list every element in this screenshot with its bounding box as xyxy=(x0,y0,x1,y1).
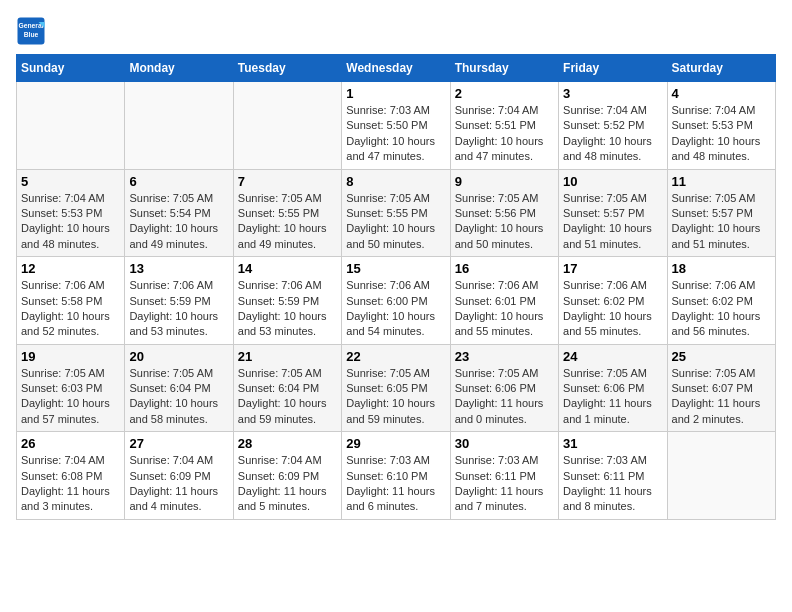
day-number: 25 xyxy=(672,349,771,364)
day-info: Sunrise: 7:05 AM Sunset: 5:55 PM Dayligh… xyxy=(346,191,445,253)
day-info: Sunrise: 7:05 AM Sunset: 5:57 PM Dayligh… xyxy=(672,191,771,253)
day-info: Sunrise: 7:04 AM Sunset: 5:53 PM Dayligh… xyxy=(21,191,120,253)
day-info: Sunrise: 7:06 AM Sunset: 5:59 PM Dayligh… xyxy=(238,278,337,340)
calendar-cell: 19Sunrise: 7:05 AM Sunset: 6:03 PM Dayli… xyxy=(17,344,125,432)
day-info: Sunrise: 7:06 AM Sunset: 6:01 PM Dayligh… xyxy=(455,278,554,340)
day-number: 6 xyxy=(129,174,228,189)
calendar-cell: 21Sunrise: 7:05 AM Sunset: 6:04 PM Dayli… xyxy=(233,344,341,432)
calendar-cell: 15Sunrise: 7:06 AM Sunset: 6:00 PM Dayli… xyxy=(342,257,450,345)
day-info: Sunrise: 7:06 AM Sunset: 6:00 PM Dayligh… xyxy=(346,278,445,340)
day-number: 29 xyxy=(346,436,445,451)
day-number: 13 xyxy=(129,261,228,276)
day-info: Sunrise: 7:03 AM Sunset: 6:11 PM Dayligh… xyxy=(455,453,554,515)
calendar-cell: 3Sunrise: 7:04 AM Sunset: 5:52 PM Daylig… xyxy=(559,82,667,170)
day-number: 26 xyxy=(21,436,120,451)
day-number: 21 xyxy=(238,349,337,364)
calendar-cell: 7Sunrise: 7:05 AM Sunset: 5:55 PM Daylig… xyxy=(233,169,341,257)
day-info: Sunrise: 7:03 AM Sunset: 6:11 PM Dayligh… xyxy=(563,453,662,515)
day-info: Sunrise: 7:05 AM Sunset: 6:05 PM Dayligh… xyxy=(346,366,445,428)
day-number: 7 xyxy=(238,174,337,189)
day-number: 20 xyxy=(129,349,228,364)
day-number: 23 xyxy=(455,349,554,364)
calendar-cell: 24Sunrise: 7:05 AM Sunset: 6:06 PM Dayli… xyxy=(559,344,667,432)
calendar-table: SundayMondayTuesdayWednesdayThursdayFrid… xyxy=(16,54,776,520)
day-info: Sunrise: 7:06 AM Sunset: 6:02 PM Dayligh… xyxy=(563,278,662,340)
day-info: Sunrise: 7:05 AM Sunset: 5:57 PM Dayligh… xyxy=(563,191,662,253)
calendar-cell xyxy=(125,82,233,170)
week-row-2: 12Sunrise: 7:06 AM Sunset: 5:58 PM Dayli… xyxy=(17,257,776,345)
calendar-cell xyxy=(17,82,125,170)
calendar-cell: 4Sunrise: 7:04 AM Sunset: 5:53 PM Daylig… xyxy=(667,82,775,170)
day-number: 3 xyxy=(563,86,662,101)
day-number: 5 xyxy=(21,174,120,189)
calendar-cell xyxy=(233,82,341,170)
calendar-cell: 12Sunrise: 7:06 AM Sunset: 5:58 PM Dayli… xyxy=(17,257,125,345)
header-saturday: Saturday xyxy=(667,55,775,82)
calendar-cell: 22Sunrise: 7:05 AM Sunset: 6:05 PM Dayli… xyxy=(342,344,450,432)
logo-icon: General Blue xyxy=(16,16,46,46)
header-row: SundayMondayTuesdayWednesdayThursdayFrid… xyxy=(17,55,776,82)
day-info: Sunrise: 7:04 AM Sunset: 5:52 PM Dayligh… xyxy=(563,103,662,165)
day-number: 9 xyxy=(455,174,554,189)
calendar-cell: 14Sunrise: 7:06 AM Sunset: 5:59 PM Dayli… xyxy=(233,257,341,345)
day-info: Sunrise: 7:05 AM Sunset: 6:03 PM Dayligh… xyxy=(21,366,120,428)
calendar-cell: 28Sunrise: 7:04 AM Sunset: 6:09 PM Dayli… xyxy=(233,432,341,520)
day-info: Sunrise: 7:04 AM Sunset: 6:08 PM Dayligh… xyxy=(21,453,120,515)
day-info: Sunrise: 7:05 AM Sunset: 6:04 PM Dayligh… xyxy=(129,366,228,428)
calendar-cell: 10Sunrise: 7:05 AM Sunset: 5:57 PM Dayli… xyxy=(559,169,667,257)
day-number: 31 xyxy=(563,436,662,451)
calendar-cell: 23Sunrise: 7:05 AM Sunset: 6:06 PM Dayli… xyxy=(450,344,558,432)
day-info: Sunrise: 7:04 AM Sunset: 6:09 PM Dayligh… xyxy=(238,453,337,515)
day-info: Sunrise: 7:04 AM Sunset: 5:51 PM Dayligh… xyxy=(455,103,554,165)
calendar-cell: 29Sunrise: 7:03 AM Sunset: 6:10 PM Dayli… xyxy=(342,432,450,520)
calendar-cell: 8Sunrise: 7:05 AM Sunset: 5:55 PM Daylig… xyxy=(342,169,450,257)
header-friday: Friday xyxy=(559,55,667,82)
calendar-cell: 11Sunrise: 7:05 AM Sunset: 5:57 PM Dayli… xyxy=(667,169,775,257)
calendar-cell: 20Sunrise: 7:05 AM Sunset: 6:04 PM Dayli… xyxy=(125,344,233,432)
calendar-cell: 5Sunrise: 7:04 AM Sunset: 5:53 PM Daylig… xyxy=(17,169,125,257)
day-number: 12 xyxy=(21,261,120,276)
week-row-3: 19Sunrise: 7:05 AM Sunset: 6:03 PM Dayli… xyxy=(17,344,776,432)
day-number: 24 xyxy=(563,349,662,364)
day-info: Sunrise: 7:05 AM Sunset: 6:06 PM Dayligh… xyxy=(563,366,662,428)
calendar-cell: 16Sunrise: 7:06 AM Sunset: 6:01 PM Dayli… xyxy=(450,257,558,345)
calendar-cell: 2Sunrise: 7:04 AM Sunset: 5:51 PM Daylig… xyxy=(450,82,558,170)
day-number: 18 xyxy=(672,261,771,276)
calendar-cell: 17Sunrise: 7:06 AM Sunset: 6:02 PM Dayli… xyxy=(559,257,667,345)
calendar-cell: 1Sunrise: 7:03 AM Sunset: 5:50 PM Daylig… xyxy=(342,82,450,170)
day-info: Sunrise: 7:03 AM Sunset: 5:50 PM Dayligh… xyxy=(346,103,445,165)
day-number: 15 xyxy=(346,261,445,276)
calendar-cell: 30Sunrise: 7:03 AM Sunset: 6:11 PM Dayli… xyxy=(450,432,558,520)
calendar-cell: 31Sunrise: 7:03 AM Sunset: 6:11 PM Dayli… xyxy=(559,432,667,520)
header-wednesday: Wednesday xyxy=(342,55,450,82)
svg-text:Blue: Blue xyxy=(24,31,39,38)
day-number: 30 xyxy=(455,436,554,451)
day-number: 17 xyxy=(563,261,662,276)
calendar-cell: 6Sunrise: 7:05 AM Sunset: 5:54 PM Daylig… xyxy=(125,169,233,257)
calendar-cell: 18Sunrise: 7:06 AM Sunset: 6:02 PM Dayli… xyxy=(667,257,775,345)
calendar-cell: 26Sunrise: 7:04 AM Sunset: 6:08 PM Dayli… xyxy=(17,432,125,520)
day-number: 1 xyxy=(346,86,445,101)
day-number: 2 xyxy=(455,86,554,101)
day-number: 4 xyxy=(672,86,771,101)
page-header: General Blue xyxy=(16,16,776,46)
day-info: Sunrise: 7:05 AM Sunset: 6:04 PM Dayligh… xyxy=(238,366,337,428)
calendar-cell: 27Sunrise: 7:04 AM Sunset: 6:09 PM Dayli… xyxy=(125,432,233,520)
day-info: Sunrise: 7:03 AM Sunset: 6:10 PM Dayligh… xyxy=(346,453,445,515)
day-info: Sunrise: 7:05 AM Sunset: 6:06 PM Dayligh… xyxy=(455,366,554,428)
day-info: Sunrise: 7:05 AM Sunset: 5:54 PM Dayligh… xyxy=(129,191,228,253)
calendar-cell: 13Sunrise: 7:06 AM Sunset: 5:59 PM Dayli… xyxy=(125,257,233,345)
day-number: 19 xyxy=(21,349,120,364)
header-monday: Monday xyxy=(125,55,233,82)
day-info: Sunrise: 7:06 AM Sunset: 5:58 PM Dayligh… xyxy=(21,278,120,340)
week-row-4: 26Sunrise: 7:04 AM Sunset: 6:08 PM Dayli… xyxy=(17,432,776,520)
logo: General Blue xyxy=(16,16,50,46)
day-info: Sunrise: 7:05 AM Sunset: 5:55 PM Dayligh… xyxy=(238,191,337,253)
day-info: Sunrise: 7:05 AM Sunset: 6:07 PM Dayligh… xyxy=(672,366,771,428)
day-number: 22 xyxy=(346,349,445,364)
day-number: 10 xyxy=(563,174,662,189)
calendar-cell: 9Sunrise: 7:05 AM Sunset: 5:56 PM Daylig… xyxy=(450,169,558,257)
day-number: 16 xyxy=(455,261,554,276)
week-row-0: 1Sunrise: 7:03 AM Sunset: 5:50 PM Daylig… xyxy=(17,82,776,170)
header-tuesday: Tuesday xyxy=(233,55,341,82)
